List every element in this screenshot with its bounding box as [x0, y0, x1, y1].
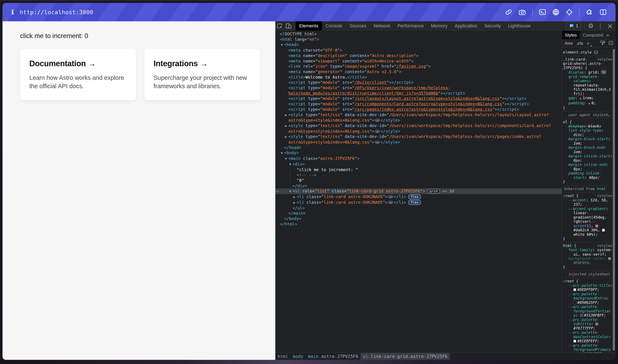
sidebar-tab-styles[interactable]: Styles [562, 30, 580, 39]
devtools-tab-sources[interactable]: Sources [346, 21, 370, 30]
css-rule-selector[interactable]: <style>.link-card-grid:where(.astro-J7PV… [563, 57, 603, 70]
dom-tree-row[interactable]: </html> [275, 221, 562, 227]
css-declaration[interactable]: --arc-palette-maxContrastColor: #ECEDFEF… [563, 330, 613, 343]
stylesheet-origin-link[interactable]: <style> [597, 194, 613, 198]
dom-tree-row[interactable]: ▼<main class="astro-J7PV25F6"> [275, 156, 562, 162]
flex-badge[interactable]: flex [408, 200, 421, 205]
css-declaration[interactable]: --arc-palette-title: #DEDFFDFF; [563, 283, 613, 292]
breadcrumb-ul[interactable]: ul.link-card-grid.astro-J7PV25F6 [360, 353, 450, 360]
css-declaration[interactable]: font-family: system-ui, sans-serif; [563, 248, 613, 256]
toggle-class-button[interactable]: .cls [576, 41, 583, 46]
close-devtools-icon[interactable]: × [607, 22, 613, 30]
dom-tree-row[interactable]: "0" [275, 178, 562, 183]
color-swatch[interactable] [574, 340, 576, 342]
flex-badge[interactable]: flex [408, 194, 421, 199]
css-declaration[interactable]: --arc-palette-backgroundExtra: #050625FF… [563, 292, 613, 305]
css-declaration[interactable]: margin-inline-end: 0px; [563, 163, 613, 171]
new-style-rule-button[interactable]: + [587, 40, 590, 47]
terminal-icon[interactable] [539, 9, 546, 16]
color-swatch[interactable] [608, 257, 611, 260]
dom-tree-row[interactable]: </main> [275, 211, 562, 216]
css-declaration[interactable]: background-color: #F6F6F6; [563, 256, 613, 265]
dom-tree-row[interactable]: <meta charset="UTF-8"> [275, 48, 562, 53]
dom-tree-row[interactable]: ▶<li class="link-card astro-DOHJNAO5">…<… [275, 194, 562, 200]
dom-tree-row-selected[interactable]: …▼<ul role="list" class="link-card-grid … [275, 188, 562, 194]
globe-icon[interactable] [552, 9, 559, 16]
css-rule-selector[interactable]: <style>:root { [563, 194, 578, 198]
color-swatch[interactable] [580, 314, 583, 317]
color-swatch[interactable] [574, 301, 576, 304]
dom-tree-row[interactable]: ▶<style type="text/css" data-vite-dev-id… [275, 134, 562, 145]
devtools-tab-network[interactable]: Network [370, 21, 394, 30]
dom-tree-row[interactable]: <script type="module" src="/src/layouts/… [275, 96, 562, 101]
css-rule-selector[interactable]: :root { [563, 279, 578, 283]
inline-expand-button[interactable]: … [375, 119, 380, 122]
dom-tree-row[interactable]: ▼<head> [275, 42, 562, 48]
devtools-tab-memory[interactable]: Memory [427, 21, 451, 30]
dom-tree-row[interactable]: </ul> [275, 205, 562, 211]
breadcrumb-html[interactable]: html [275, 353, 291, 360]
styles-scrollbar[interactable] [613, 49, 615, 351]
target-icon[interactable] [566, 9, 573, 16]
dom-tree-row[interactable]: <script type="module" src="/@fs/Users/iv… [275, 85, 562, 96]
css-declaration[interactable]: padding: ▶0; [563, 101, 613, 106]
dom-tree-row[interactable]: </div> [275, 183, 562, 189]
paint-brush-icon[interactable] [600, 40, 605, 46]
inline-expand-button[interactable]: … [388, 201, 393, 204]
increment-counter-text[interactable]: click me to increment: 0 [20, 32, 88, 40]
url-bar[interactable]: http://localhost:3000 [20, 9, 93, 15]
css-declaration[interactable]: --arc-palette-subtitle: #76777FFF; [563, 318, 613, 331]
dom-tree-row[interactable]: ▼<body> [275, 150, 562, 156]
inspect-element-icon[interactable] [275, 21, 284, 30]
dom-tree-row[interactable]: <script type="module" src="/src/componen… [275, 101, 562, 107]
settings-gear-icon[interactable]: ⚙ [588, 22, 594, 29]
sidebar-tab-computed[interactable]: Computed [580, 30, 606, 39]
devtools-tab-security[interactable]: Security [481, 21, 504, 30]
inline-expand-button[interactable]: … [388, 195, 393, 198]
stylesheet-origin-link[interactable]: <style> [597, 244, 613, 248]
breadcrumb-main[interactable]: main.astro-J7PV25F6 [306, 353, 360, 360]
sidebar-tabs-overflow-icon[interactable]: » [606, 30, 609, 39]
dom-tree-row[interactable]: <!DOCTYPE html> [275, 31, 562, 37]
dom-tree-row[interactable]: </head> [275, 145, 562, 150]
devtools-tab-elements[interactable]: Elements [296, 21, 322, 30]
dom-tree-row[interactable]: ▼<div> [275, 162, 562, 167]
dom-tree-row[interactable]: <title>Welcome to Astro.</title> [275, 75, 562, 80]
dom-tree-row[interactable]: "click me to increment: " [275, 167, 562, 173]
dom-tree-row[interactable]: <link rel="icon" type="image/svg+xml" hr… [275, 64, 562, 69]
color-swatch[interactable] [595, 323, 598, 325]
css-rule-selector[interactable]: ul { [563, 120, 572, 124]
css-rule-selector[interactable]: element.style { [563, 50, 596, 54]
dom-tree-row[interactable]: <script type="module" src="/@vite/client… [275, 80, 562, 85]
color-swatch[interactable] [602, 229, 605, 232]
devtools-tab-performance[interactable]: Performance [394, 21, 427, 30]
breadcrumb-body[interactable]: body [291, 353, 306, 360]
css-declaration[interactable]: display: block; [563, 124, 613, 129]
css-declaration[interactable]: --accent-gradient: linear-gradient(45deg… [563, 207, 613, 237]
css-declaration[interactable]: --arc-palette-foregroundTertiary: #3139F… [563, 305, 613, 318]
color-swatch[interactable] [595, 225, 598, 227]
toggle-hover-state-button[interactable]: :hov [564, 41, 573, 46]
dom-tree-row[interactable]: </body> [275, 216, 562, 221]
css-declaration[interactable]: margin-block-start: 1em; [563, 137, 613, 145]
css-declaration[interactable]: gap: ▶1rem; [563, 96, 613, 101]
dom-tree-row[interactable]: <meta name="description" content="Astro … [275, 53, 562, 59]
devtools-tab-lighthouse[interactable]: Lighthouse [504, 21, 534, 30]
dom-tree-row[interactable]: <meta name="generator" content="Astro v2… [275, 69, 562, 75]
split-view-icon[interactable] [600, 9, 607, 16]
dom-tree-row[interactable]: ▶<li class="link-card astro-DOHJNAO5">…<… [275, 200, 562, 205]
css-declaration[interactable]: margin-inline-start: 0px; [563, 154, 613, 163]
css-declaration[interactable]: padding-inline-start: 40px; [563, 171, 613, 180]
camera-icon[interactable] [518, 9, 526, 16]
site-info-icon[interactable]: i [11, 8, 20, 16]
css-declaration[interactable]: --accent: 124, 58, 237; [563, 198, 613, 207]
puzzle-icon[interactable] [586, 9, 593, 16]
color-swatch[interactable] [574, 288, 576, 291]
issues-counter[interactable]: 1 [566, 22, 581, 30]
dom-tree-row[interactable]: ▶<style type="text/css" data-vite-dev-id… [275, 112, 562, 123]
css-declaration[interactable]: margin-block-end: 1em; [563, 145, 613, 154]
devtools-tab-console[interactable]: Console [322, 21, 346, 30]
css-declaration[interactable]: grid-template-columns: repeat(auto-fit,m… [563, 75, 613, 96]
dom-tree-row[interactable]: <html lang="en"> [275, 37, 562, 42]
css-declaration[interactable]: --arc-palette-foregroundPrimary: #ECEDFE… [563, 343, 613, 353]
